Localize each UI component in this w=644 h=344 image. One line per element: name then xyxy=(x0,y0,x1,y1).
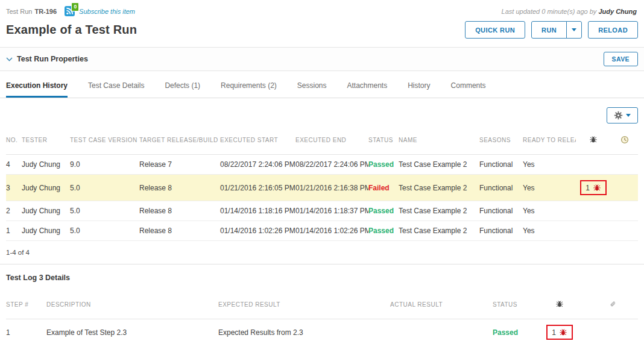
status-badge: Passed xyxy=(368,160,394,169)
release-cell: Release 8 xyxy=(139,221,220,241)
seasons-cell: Functional xyxy=(479,221,523,241)
name-cell: Test Case Example 2 xyxy=(399,155,479,175)
release-cell: Release 7 xyxy=(139,155,220,175)
name-cell: Test Case Example 2 xyxy=(399,175,479,201)
column-header: EXECUTED START xyxy=(220,126,295,155)
actual-result-cell xyxy=(390,319,493,344)
table-toolbar xyxy=(0,98,644,126)
executed-end-cell: 08/22/2017 2:24:06 PM xyxy=(295,155,368,175)
save-button[interactable]: SAVE xyxy=(604,52,638,66)
defects-cell: 1 xyxy=(576,175,616,201)
seasons-cell: Functional xyxy=(479,155,523,175)
column-header: NAME xyxy=(399,126,479,155)
ready-to-release-cell: Yes xyxy=(523,201,576,221)
column-header: TESTER xyxy=(22,126,70,155)
tab-requirements-2[interactable]: Requirements (2) xyxy=(221,81,277,98)
column-header: EXECUTED END xyxy=(295,126,368,155)
tester-cell: Judy Chung xyxy=(22,175,70,201)
collapse-chevron-icon xyxy=(6,57,13,61)
defect-link-annotated[interactable]: 1 xyxy=(546,325,573,340)
header-meta-row: Test Run TR-196 0 Subscribe this item La… xyxy=(0,0,644,17)
no-cell: 1 xyxy=(6,221,22,241)
tab-history[interactable]: History xyxy=(408,81,430,98)
status-cell: Passed xyxy=(368,201,399,221)
defects-cell xyxy=(576,221,616,241)
executed-start-cell: 01/21/2016 2:16:05 PM xyxy=(220,175,295,201)
column-header: SEASONS xyxy=(479,126,523,155)
executed-start-cell: 08/22/2017 2:24:06 PM xyxy=(220,155,295,175)
tab-defects-1[interactable]: Defects (1) xyxy=(165,81,200,98)
defects-cell xyxy=(576,201,616,221)
release-cell: Release 8 xyxy=(139,201,220,221)
run-dropdown-button[interactable] xyxy=(566,21,582,39)
execution-row[interactable]: 4Judy Chung9.0Release 708/22/2017 2:24:0… xyxy=(6,155,638,175)
step-number-cell: 1 xyxy=(6,319,46,344)
column-header: STATUS xyxy=(493,290,532,319)
runs-cell xyxy=(616,155,638,175)
attachments-cell xyxy=(592,319,638,344)
executed-start-cell: 01/14/2016 1:02:26 PM xyxy=(220,221,295,241)
quick-run-button[interactable]: QUICK RUN xyxy=(465,21,525,39)
runs-cell xyxy=(616,201,638,221)
reload-button[interactable]: RELOAD xyxy=(588,21,638,39)
tester-cell: Judy Chung xyxy=(22,221,70,241)
test-step-row[interactable]: 1Example of Test Step 2.3Expected Result… xyxy=(6,319,638,344)
tab-attachments[interactable]: Attachments xyxy=(347,81,388,98)
bug-icon xyxy=(559,328,567,337)
execution-row[interactable]: 2Judy Chung5.0Release 801/14/2016 1:18:1… xyxy=(6,201,638,221)
defect-link-annotated[interactable]: 1 xyxy=(580,180,607,195)
executed-start-cell: 01/14/2016 1:18:16 PM xyxy=(220,201,295,221)
last-updated-text: Last updated 0 minute(s) ago by Judy Chu… xyxy=(502,8,638,15)
tab-test-case-details[interactable]: Test Case Details xyxy=(88,81,144,98)
subscribe-link[interactable]: Subscribe this item xyxy=(79,8,135,15)
executed-end-cell: 01/14/2016 1:18:37 PM xyxy=(295,201,368,221)
column-header-paperclip-icon xyxy=(592,290,638,319)
test-run-properties-section[interactable]: Test Run Properties SAVE xyxy=(0,47,644,71)
clock-icon xyxy=(620,136,629,144)
subscribe-rss-icon[interactable]: 0 xyxy=(65,6,75,16)
column-header: DESCRIPTION xyxy=(46,290,218,319)
column-header: STATUS xyxy=(368,126,399,155)
column-header: READY TO RELEASE? xyxy=(523,126,576,155)
runs-cell xyxy=(616,221,638,241)
column-header-bug-icon xyxy=(576,126,616,155)
ready-to-release-cell: Yes xyxy=(523,175,576,201)
bug-icon xyxy=(589,135,598,144)
no-cell: 3 xyxy=(6,175,22,201)
no-cell: 2 xyxy=(6,201,22,221)
defect-count: 1 xyxy=(586,184,590,192)
page-title: Example of a Test Run xyxy=(6,23,137,37)
column-header: ACTUAL RESULT xyxy=(390,290,493,319)
column-header-clock-icon xyxy=(616,126,638,155)
execution-row[interactable]: 3Judy Chung5.0Release 801/21/2016 2:16:0… xyxy=(6,175,638,201)
table-settings-button[interactable] xyxy=(607,107,638,124)
column-header: STEP # xyxy=(6,290,46,319)
release-cell: Release 8 xyxy=(139,175,220,201)
no-cell: 4 xyxy=(6,155,22,175)
tab-bar: Execution HistoryTest Case DetailsDefect… xyxy=(0,71,644,98)
tester-cell: Judy Chung xyxy=(22,155,70,175)
status-cell: Passed xyxy=(493,319,532,344)
table-header-row: NO.TESTERTEST CASE VERSIONTARGET RELEASE… xyxy=(6,126,638,155)
title-row: Example of a Test Run QUICK RUN RUN RELO… xyxy=(0,17,644,46)
column-header: TARGET RELEASE/BUILD xyxy=(139,126,220,155)
seasons-cell: Functional xyxy=(479,175,523,201)
version-cell: 9.0 xyxy=(70,155,139,175)
paperclip-icon xyxy=(609,300,617,308)
gear-icon xyxy=(614,111,623,120)
tab-comments[interactable]: Comments xyxy=(451,81,486,98)
version-cell: 5.0 xyxy=(70,175,139,201)
status-badge: Failed xyxy=(368,184,390,192)
status-cell: Passed xyxy=(368,221,399,241)
run-button[interactable]: RUN xyxy=(531,21,567,39)
tab-sessions[interactable]: Sessions xyxy=(297,81,327,98)
column-header: EXPECTED RESULT xyxy=(218,290,390,319)
status-badge: Passed xyxy=(368,227,394,235)
ready-to-release-cell: Yes xyxy=(523,221,576,241)
execution-row[interactable]: 1Judy Chung5.0Release 801/14/2016 1:02:2… xyxy=(6,221,638,241)
bug-icon xyxy=(593,183,601,192)
run-button-group: RUN xyxy=(531,21,582,39)
test-log-title: Test Log 3 Details xyxy=(0,264,644,290)
status-cell: Passed xyxy=(368,155,399,175)
tab-execution-history[interactable]: Execution History xyxy=(6,81,68,98)
